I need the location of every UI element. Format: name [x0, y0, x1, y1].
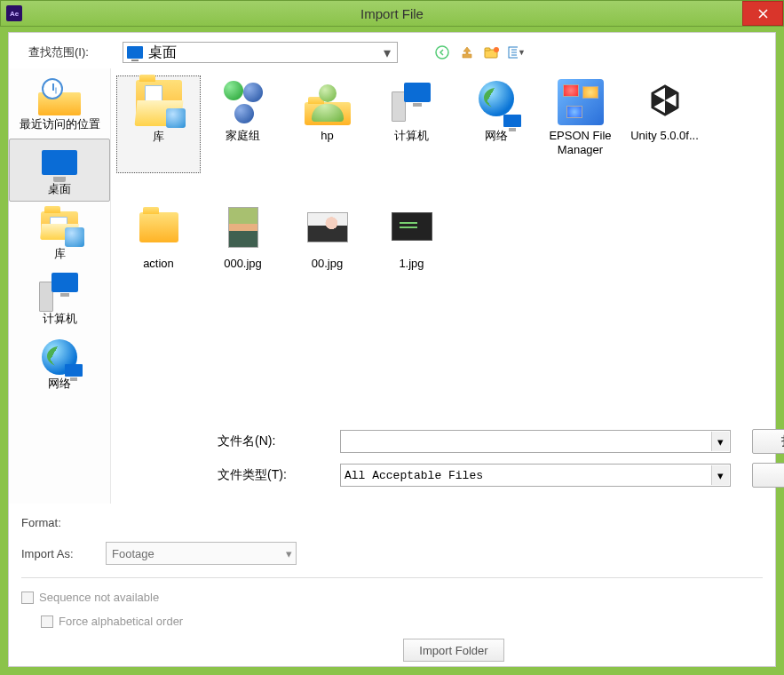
filename-label: 文件名(N):: [218, 433, 340, 449]
import-folder-button[interactable]: Import Folder: [403, 639, 504, 662]
homegroup-icon: [220, 79, 266, 125]
place-label: 最近访问的位置: [20, 117, 100, 132]
place-libraries[interactable]: 库: [9, 203, 110, 266]
format-label: Format:: [21, 516, 106, 529]
file-item-epson[interactable]: EPSON File Manager: [538, 75, 622, 173]
look-in-value: 桌面: [148, 44, 177, 62]
file-item-unity[interactable]: Unity 5.0.0f...: [622, 75, 707, 173]
chevron-down-icon: ▾: [379, 44, 395, 60]
file-item-label: EPSON File Manager: [540, 129, 621, 156]
file-item-00jpg[interactable]: 00.jpg: [285, 203, 369, 301]
title-bar: Ae Import File: [0, 0, 784, 27]
file-item-label: Unity 5.0.0f...: [630, 129, 699, 143]
divider: [21, 577, 763, 578]
filetype-value: All Acceptable Files: [344, 469, 483, 482]
epson-file-manager-icon: [558, 79, 604, 125]
chevron-down-icon: ▾: [286, 547, 292, 560]
file-item-label: hp: [321, 129, 333, 143]
file-item-label: 00.jpg: [312, 257, 343, 271]
file-item-hp[interactable]: hp: [285, 75, 369, 173]
file-item-label: 计算机: [394, 129, 429, 143]
place-label: 计算机: [43, 312, 77, 327]
computer-icon: [389, 79, 435, 125]
image-thumbnail-icon: [220, 207, 266, 253]
import-options: Format: Import As: Footage ▾ Sequence no…: [9, 504, 775, 662]
place-label: 库: [54, 247, 66, 262]
image-thumbnail-icon: [389, 207, 435, 253]
place-network[interactable]: 网络: [9, 333, 110, 396]
file-item-label: action: [143, 257, 174, 271]
network-icon: [38, 338, 81, 375]
file-item-computer[interactable]: 计算机: [369, 75, 454, 173]
file-item-action[interactable]: action: [116, 203, 201, 301]
user-folder-icon: [305, 79, 351, 125]
back-icon: [435, 45, 449, 60]
chevron-down-icon: ▾: [711, 432, 729, 451]
file-item-000jpg[interactable]: 000.jpg: [201, 203, 285, 301]
place-label: 网络: [48, 377, 71, 392]
file-controls: 文件名(N): ▾ 打开(O) 文件类型(T): All Acceptable …: [111, 422, 784, 504]
up-level-icon: [460, 45, 474, 60]
new-folder-icon: [484, 45, 500, 60]
desktop-icon: [38, 143, 81, 180]
libraries-icon: [136, 80, 182, 126]
cancel-button[interactable]: 取消: [752, 463, 784, 488]
open-button[interactable]: 打开(O): [752, 429, 784, 454]
file-item-label: 库: [153, 130, 164, 144]
close-icon: [758, 9, 768, 19]
image-thumbnail-icon: [305, 207, 351, 253]
svg-point-3: [494, 47, 499, 52]
places-bar: 最近访问的位置 桌面 库 计算机 网络: [9, 68, 111, 504]
import-as-dropdown[interactable]: Footage ▾: [106, 542, 297, 565]
look-in-label: 查找范围(I):: [28, 44, 123, 60]
window-title: Import File: [360, 6, 424, 21]
file-item-1jpg[interactable]: 1.jpg: [369, 203, 454, 301]
svg-rect-2: [485, 48, 490, 51]
place-recent[interactable]: 最近访问的位置: [9, 74, 110, 137]
sequence-checkbox-label: Sequence not available: [39, 591, 159, 604]
file-item-label: 家庭组: [226, 129, 260, 143]
file-item-label: 000.jpg: [224, 257, 262, 271]
chevron-down-icon: ▾: [711, 465, 729, 485]
file-item-libraries[interactable]: 库: [116, 75, 201, 173]
filetype-label: 文件类型(T):: [218, 467, 340, 483]
sequence-checkbox[interactable]: [21, 592, 34, 604]
view-menu-icon: [508, 45, 518, 60]
filetype-combobox[interactable]: All Acceptable Files ▾: [340, 464, 731, 487]
force-alpha-checkbox-label: Force alphabetical order: [59, 615, 183, 628]
import-as-label: Import As:: [21, 547, 106, 560]
place-desktop[interactable]: 桌面: [9, 139, 110, 202]
svg-point-0: [436, 46, 448, 59]
place-label: 桌面: [48, 182, 71, 197]
file-item-label: 网络: [485, 129, 508, 143]
folder-icon: [136, 207, 182, 253]
new-folder-button[interactable]: [483, 44, 501, 61]
import-as-value: Footage: [112, 547, 154, 560]
force-alpha-checkbox[interactable]: [41, 615, 53, 628]
computer-icon: [38, 273, 81, 310]
network-icon: [473, 79, 519, 125]
back-button[interactable]: [433, 44, 451, 61]
file-item-homegroup[interactable]: 家庭组: [201, 75, 285, 173]
unity-icon: [642, 79, 688, 125]
up-level-button[interactable]: [458, 44, 476, 61]
place-computer[interactable]: 计算机: [9, 268, 110, 331]
filename-combobox[interactable]: ▾: [340, 430, 731, 453]
close-button[interactable]: [742, 1, 783, 26]
desktop-icon: [127, 46, 143, 59]
look-in-dropdown[interactable]: 桌面 ▾: [123, 42, 398, 63]
app-icon: Ae: [6, 5, 22, 21]
file-list[interactable]: 库 家庭组 hp 计算机 网络: [111, 68, 784, 422]
look-in-row: 查找范围(I): 桌面 ▾ ▼: [9, 33, 775, 68]
view-menu-button[interactable]: ▼: [508, 44, 526, 61]
file-item-label: 1.jpg: [399, 257, 424, 271]
recent-places-icon: [38, 78, 81, 115]
libraries-icon: [38, 208, 81, 245]
file-item-network[interactable]: 网络: [454, 75, 538, 173]
